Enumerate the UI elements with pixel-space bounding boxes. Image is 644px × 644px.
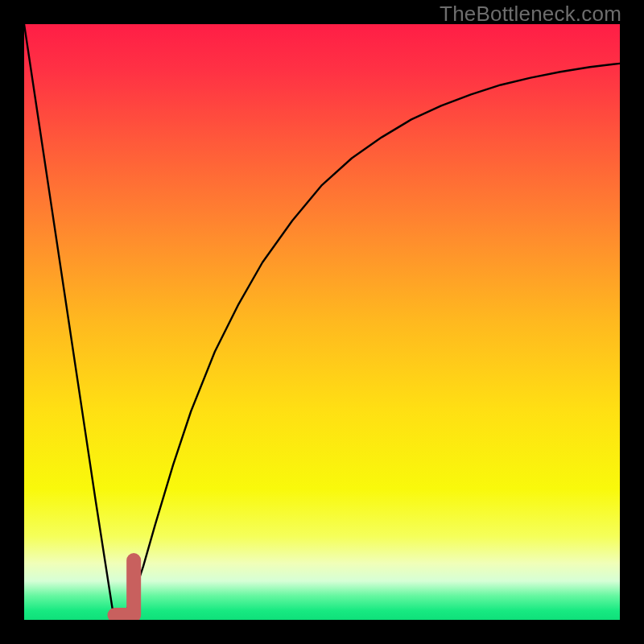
- bottleneck-curve: [24, 24, 620, 615]
- curve-layer: [24, 24, 620, 620]
- plot-area: [24, 24, 620, 620]
- watermark-text: TheBottleneck.com: [440, 2, 621, 27]
- chart-frame: TheBottleneck.com: [0, 0, 644, 644]
- selected-point-marker: [114, 560, 134, 615]
